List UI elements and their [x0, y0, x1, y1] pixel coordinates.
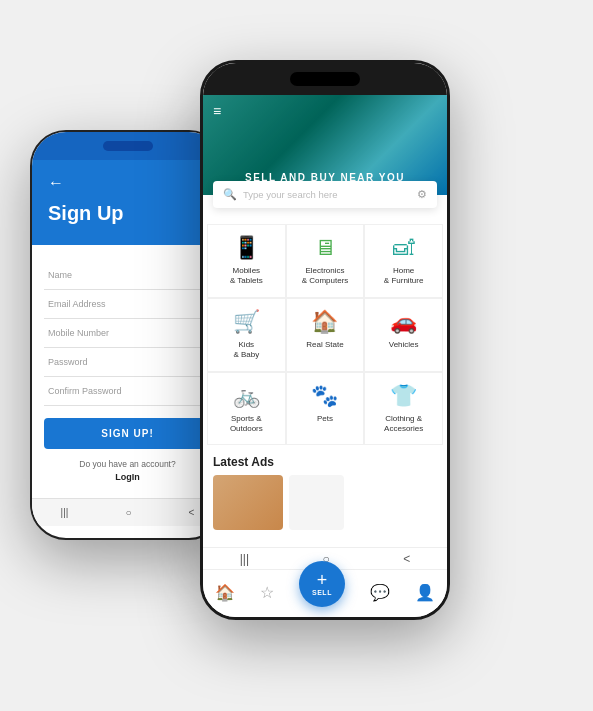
kids-label: Kids& Baby — [233, 340, 259, 361]
sell-label: SELL — [312, 589, 332, 596]
vehicles-icon: 🚗 — [390, 309, 417, 335]
category-realstate[interactable]: 🏠 Real State — [286, 298, 365, 372]
realstate-label: Real State — [306, 340, 343, 350]
bottom-navigation: 🏠 ☆ + SELL 💬 👤 — [203, 569, 447, 617]
confirm-password-field[interactable]: Confirm Password — [44, 377, 211, 406]
hamburger-menu-icon[interactable]: ≡ — [213, 103, 221, 119]
signup-title: Sign Up — [48, 202, 207, 225]
bottom-nav-back-icon[interactable]: < — [189, 507, 195, 518]
home-label: Home& Furniture — [384, 266, 424, 287]
electronics-label: Electronics& Computers — [302, 266, 349, 287]
email-label: Email Address — [48, 299, 207, 309]
left-notch-bar — [32, 132, 223, 160]
sell-button[interactable]: + SELL — [299, 561, 345, 607]
categories-grid: 📱 Mobiles& Tablets 🖥 Electronics& Comput… — [203, 224, 447, 445]
home-icon: 🛋 — [393, 235, 415, 261]
latest-ads-section: Latest Ads — [203, 445, 447, 534]
category-home[interactable]: 🛋 Home& Furniture — [364, 224, 443, 298]
right-top-bar — [203, 63, 447, 95]
kids-icon: 🛒 — [233, 309, 260, 335]
nav-favorites-button[interactable]: ☆ — [260, 583, 274, 602]
ads-row — [213, 475, 437, 530]
signin-prompt: Do you have an account? — [44, 459, 211, 469]
back-arrow-icon[interactable]: ← — [48, 174, 207, 192]
sports-label: Sports &Outdoors — [230, 414, 263, 435]
category-electronics[interactable]: 🖥 Electronics& Computers — [286, 224, 365, 298]
ad-thumbnail-2[interactable] — [289, 475, 344, 530]
left-phone: ← Sign Up Name Email Address Mobile Numb… — [30, 130, 225, 540]
pets-icon: 🐾 — [311, 383, 338, 409]
name-field[interactable]: Name — [44, 261, 211, 290]
mobiles-label: Mobiles& Tablets — [230, 266, 263, 287]
filter-icon[interactable]: ⚙ — [417, 188, 427, 201]
electronics-icon: 🖥 — [314, 235, 336, 261]
wide-notch — [290, 72, 360, 86]
bottom-nav-recent-icon[interactable]: ||| — [61, 507, 69, 518]
signup-form: Name Email Address Mobile Number Passwor… — [32, 245, 223, 498]
nav-messages-button[interactable]: 💬 — [370, 583, 390, 602]
search-bar[interactable]: 🔍 Type your search here ⚙ — [213, 181, 437, 208]
bottom-nav-home-icon[interactable]: ○ — [125, 507, 131, 518]
category-vehicles[interactable]: 🚗 Vehicles — [364, 298, 443, 372]
vehicles-label: Vehicles — [389, 340, 419, 350]
search-placeholder: Type your search here — [243, 189, 417, 200]
notch — [103, 141, 153, 151]
mobile-label: Mobile Number — [48, 328, 207, 338]
mobiles-icon: 📱 — [233, 235, 260, 261]
email-field[interactable]: Email Address — [44, 290, 211, 319]
sports-icon: 🚲 — [233, 383, 260, 409]
category-pets[interactable]: 🐾 Pets — [286, 372, 365, 446]
search-icon: 🔍 — [223, 188, 237, 201]
login-link[interactable]: LogIn — [44, 472, 211, 482]
nav-home-button[interactable]: 🏠 — [215, 583, 235, 602]
category-kids[interactable]: 🛒 Kids& Baby — [207, 298, 286, 372]
pets-label: Pets — [317, 414, 333, 424]
mobile-field[interactable]: Mobile Number — [44, 319, 211, 348]
latest-ads-title: Latest Ads — [213, 455, 437, 469]
category-mobiles[interactable]: 📱 Mobiles& Tablets — [207, 224, 286, 298]
password-field[interactable]: Password — [44, 348, 211, 377]
signup-button[interactable]: SIGN UP! — [44, 418, 211, 449]
signup-header: ← Sign Up — [32, 160, 223, 245]
scene: ← Sign Up Name Email Address Mobile Numb… — [0, 0, 593, 711]
left-bottom-bar: ||| ○ < — [32, 498, 223, 526]
ad-thumbnail-1[interactable] — [213, 475, 283, 530]
nav-profile-button[interactable]: 👤 — [415, 583, 435, 602]
name-label: Name — [48, 270, 207, 280]
sell-plus-icon: + — [317, 571, 328, 589]
hero-section: ≡ SELL AND BUY NEAR YOU — [203, 95, 447, 195]
realstate-icon: 🏠 — [311, 309, 338, 335]
clothing-icon: 👕 — [390, 383, 417, 409]
sys-back-icon[interactable]: < — [403, 552, 410, 566]
password-label: Password — [48, 357, 207, 367]
category-sports[interactable]: 🚲 Sports &Outdoors — [207, 372, 286, 446]
category-clothing[interactable]: 👕 Clothing &Accesories — [364, 372, 443, 446]
confirm-password-label: Confirm Password — [48, 386, 207, 396]
right-phone: ≡ SELL AND BUY NEAR YOU 🔍 Type your sear… — [200, 60, 450, 620]
sys-recents-icon[interactable]: ||| — [240, 552, 249, 566]
clothing-label: Clothing &Accesories — [384, 414, 423, 435]
